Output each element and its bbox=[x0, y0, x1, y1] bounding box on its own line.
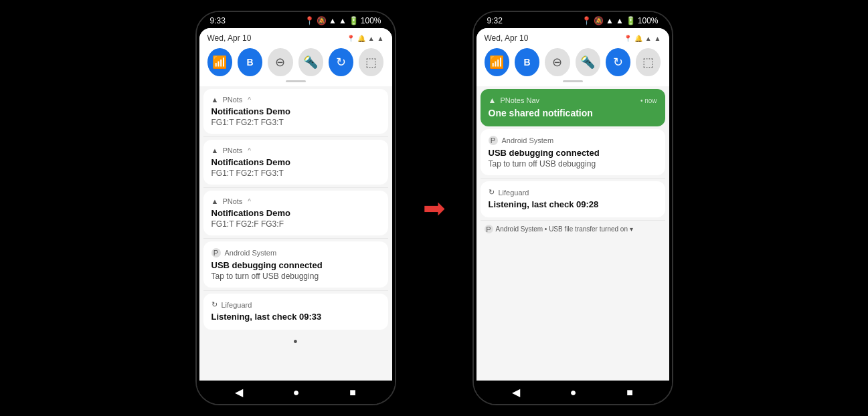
battery-saver-toggle[interactable]: ⬚ bbox=[359, 48, 383, 76]
rotate-toggle[interactable]: ↻ bbox=[329, 48, 353, 76]
rotate-icon: ↻ bbox=[336, 55, 346, 70]
right-notif-android[interactable]: P Android System USB debugging connected… bbox=[481, 129, 665, 175]
right-notif-lifeguard-title: Listening, last check 09:28 bbox=[489, 199, 657, 209]
r-bluetooth-icon: B bbox=[523, 57, 530, 68]
flashlight-icon: 🔦 bbox=[303, 55, 318, 70]
right-phone-screen: 9:32 📍 🔕 ▲ ▲ 🔋 100% Wed, Apr 10 bbox=[474, 12, 672, 404]
left-wifi-icon: ▲ bbox=[329, 16, 337, 25]
r-alarm-icon: 🔔 bbox=[634, 35, 642, 42]
left-mute-icon: 🔕 bbox=[317, 16, 327, 25]
r-battery-saver-toggle[interactable]: ⬚ bbox=[636, 48, 661, 76]
left-location-icon: 📍 bbox=[305, 16, 315, 25]
left-dot-indicator: • bbox=[199, 332, 392, 352]
divider-1 bbox=[203, 136, 388, 137]
left-notif-2-header: ▲ PNots ^ bbox=[211, 146, 380, 154]
main-container: 9:33 📍 🔕 ▲ ▲ 🔋 100% Wed, Apr 10 bbox=[0, 0, 868, 416]
loc-icon: 📍 bbox=[347, 35, 355, 42]
android-icon-left: P bbox=[211, 248, 221, 257]
left-notif-1-app: PNots bbox=[222, 96, 242, 104]
right-usb-text: Android System • USB file transfer turne… bbox=[496, 225, 633, 233]
usb-p-icon: P bbox=[485, 225, 493, 233]
alarm-icon: 🔔 bbox=[357, 35, 365, 42]
right-usb-row[interactable]: P Android System • USB file transfer tur… bbox=[476, 221, 669, 237]
left-back-button[interactable]: ◀ bbox=[235, 386, 243, 399]
r-wifi-icon: 📶 bbox=[489, 55, 504, 70]
right-notification-panel: Wed, Apr 10 📍 🔔 ▲ ▲ 📶 B bbox=[476, 28, 669, 381]
direction-arrow: ➡ bbox=[423, 193, 446, 223]
right-notif-green[interactable]: ▲ PNotes Nav • now One shared notificati… bbox=[481, 89, 665, 126]
pnots-icon-2: ▲ bbox=[211, 146, 219, 154]
left-notif-4-header: P Android System bbox=[211, 248, 380, 257]
right-battery-pct: 100% bbox=[638, 16, 659, 25]
right-toggle-row[interactable]: 📶 B ⊖ 🔦 ↻ bbox=[485, 48, 661, 76]
lifeguard-icon-right: ↻ bbox=[489, 188, 495, 197]
left-notif-3-body: FG1:T FG2:F FG3:F bbox=[211, 219, 380, 229]
left-notif-2-app: PNots bbox=[222, 146, 242, 154]
r-loc-icon: 📍 bbox=[624, 35, 632, 42]
left-time: 9:33 bbox=[210, 16, 226, 25]
left-nav-bar: ◀ ● ■ bbox=[197, 381, 395, 404]
left-battery-icon: 🔋 bbox=[349, 16, 359, 25]
arrow-container: ➡ bbox=[423, 193, 446, 223]
left-dot: • bbox=[293, 335, 297, 348]
r-flashlight-toggle[interactable]: 🔦 bbox=[576, 48, 600, 76]
left-notif-2[interactable]: ▲ PNots ^ Notifications Demo FG1:T FG2:T… bbox=[203, 140, 388, 185]
left-notification-panel: Wed, Apr 10 📍 🔔 ▲ ▲ 📶 B bbox=[199, 28, 392, 381]
left-date: Wed, Apr 10 bbox=[207, 33, 252, 43]
left-phone-screen: 9:33 📍 🔕 ▲ ▲ 🔋 100% Wed, Apr 10 bbox=[197, 12, 395, 404]
sig-icon: ▲ bbox=[377, 35, 384, 42]
bluetooth-icon: B bbox=[246, 57, 253, 68]
r-dnd-icon: ⊖ bbox=[552, 55, 562, 70]
r-rotate-toggle[interactable]: ↻ bbox=[606, 48, 630, 76]
dnd-toggle[interactable]: ⊖ bbox=[268, 48, 292, 76]
right-wifi-icon: ▲ bbox=[606, 16, 614, 25]
right-home-button[interactable]: ● bbox=[570, 387, 577, 399]
left-notif-3-expand: ^ bbox=[248, 198, 251, 205]
left-notif-4-title: USB debugging connected bbox=[211, 260, 380, 270]
right-notif-android-title: USB debugging connected bbox=[489, 148, 657, 158]
right-signal-icon: ▲ bbox=[616, 16, 624, 25]
right-date: Wed, Apr 10 bbox=[485, 33, 529, 43]
dnd-icon: ⊖ bbox=[275, 55, 285, 70]
right-recents-button[interactable]: ■ bbox=[626, 387, 633, 399]
r-flashlight-icon: 🔦 bbox=[580, 55, 595, 70]
bluetooth-toggle[interactable]: B bbox=[238, 48, 262, 76]
right-back-button[interactable]: ◀ bbox=[512, 386, 520, 399]
right-notif-android-header: P Android System bbox=[489, 136, 657, 145]
right-notif-green-header: ▲ PNotes Nav • now bbox=[489, 96, 657, 105]
left-notif-2-title: Notifications Demo bbox=[211, 157, 380, 167]
left-toggle-row[interactable]: 📶 B ⊖ 🔦 ↻ bbox=[207, 48, 384, 76]
right-notifications-list: ▲ PNotes Nav • now One shared notificati… bbox=[476, 86, 669, 381]
r-wifi-toggle[interactable]: 📶 bbox=[485, 48, 509, 76]
right-notif-lifeguard[interactable]: ↻ Lifeguard Listening, last check 09:28 bbox=[481, 181, 665, 217]
left-signal-icon: ▲ bbox=[339, 16, 347, 25]
flashlight-toggle[interactable]: 🔦 bbox=[298, 48, 323, 76]
right-notif-android-body: Tap to turn off USB debugging bbox=[489, 159, 657, 169]
left-notifications-list: ▲ PNots ^ Notifications Demo FG1:T FG2:T… bbox=[199, 86, 392, 381]
right-date-icons: 📍 🔔 ▲ ▲ bbox=[624, 35, 661, 42]
right-drag-handle bbox=[563, 80, 583, 82]
left-recents-button[interactable]: ■ bbox=[349, 387, 356, 399]
pnots-icon-1: ▲ bbox=[211, 96, 219, 104]
android-icon-right: P bbox=[489, 136, 498, 145]
divider-2 bbox=[203, 187, 388, 188]
right-quick-settings: Wed, Apr 10 📍 🔔 ▲ ▲ 📶 B bbox=[476, 28, 669, 86]
left-phone: 9:33 📍 🔕 ▲ ▲ 🔋 100% Wed, Apr 10 bbox=[195, 11, 396, 405]
right-notif-android-app: Android System bbox=[502, 136, 554, 144]
right-phone: 9:32 📍 🔕 ▲ ▲ 🔋 100% Wed, Apr 10 bbox=[472, 11, 673, 405]
left-notif-3[interactable]: ▲ PNots ^ Notifications Demo FG1:T FG2:F… bbox=[203, 191, 388, 235]
right-date-row: Wed, Apr 10 📍 🔔 ▲ ▲ bbox=[485, 33, 661, 43]
wifi-icon: 📶 bbox=[212, 55, 227, 70]
wifi-toggle[interactable]: 📶 bbox=[207, 48, 232, 76]
left-notif-1[interactable]: ▲ PNots ^ Notifications Demo FG1:T FG2:T… bbox=[203, 89, 388, 134]
left-notif-5[interactable]: ↻ Lifeguard Listening, last check 09:33 bbox=[203, 294, 388, 330]
r-dnd-toggle[interactable]: ⊖ bbox=[545, 48, 570, 76]
r-divider-1 bbox=[481, 178, 665, 179]
left-status-bar: 9:33 📍 🔕 ▲ ▲ 🔋 100% bbox=[197, 12, 395, 28]
left-notif-3-app: PNots bbox=[222, 197, 242, 205]
r-bluetooth-toggle[interactable]: B bbox=[515, 48, 539, 76]
left-notif-1-header: ▲ PNots ^ bbox=[211, 96, 380, 104]
left-notif-4[interactable]: P Android System USB debugging connected… bbox=[203, 241, 388, 288]
left-home-button[interactable]: ● bbox=[293, 387, 300, 399]
left-notif-5-header: ↻ Lifeguard bbox=[211, 300, 380, 309]
